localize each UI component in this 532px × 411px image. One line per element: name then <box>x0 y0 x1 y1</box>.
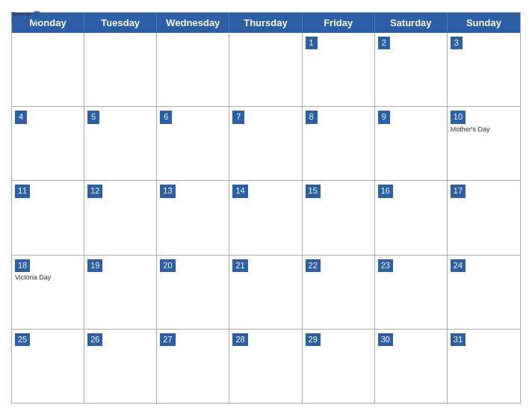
day-cell: 27 <box>157 330 229 403</box>
day-cell: 29 <box>303 330 375 403</box>
week-row-4: 18Victoria Day192021222324 <box>12 255 520 329</box>
day-cell: 24 <box>448 256 520 329</box>
day-number: 6 <box>160 111 172 123</box>
logo-svg: General Blue <box>11 7 41 28</box>
day-number: 12 <box>87 185 102 197</box>
day-header-wednesday: Wednesday <box>157 13 229 33</box>
day-number: 18 <box>15 259 30 272</box>
day-cell: 14 <box>229 181 302 254</box>
day-number: 21 <box>232 259 247 272</box>
day-cell <box>229 33 302 106</box>
day-number <box>15 44 27 46</box>
day-header-thursday: Thursday <box>229 13 302 33</box>
day-cell: 19 <box>84 256 157 329</box>
day-number: 4 <box>15 111 27 123</box>
day-number: 19 <box>87 259 102 272</box>
day-cell: 20 <box>157 256 229 329</box>
day-cell: 8 <box>303 107 375 180</box>
day-cell: 17 <box>448 181 520 254</box>
day-cell: 23 <box>375 256 448 329</box>
day-number: 16 <box>378 185 393 197</box>
day-cell: 12 <box>84 181 157 254</box>
day-cell: 13 <box>157 181 229 254</box>
week-row-5: 25262728293031 <box>12 329 520 403</box>
day-cell: 22 <box>303 256 375 329</box>
day-cell: 7 <box>229 107 302 180</box>
day-number: 14 <box>232 185 247 197</box>
holiday-name: Mother's Day <box>451 126 517 134</box>
calendar-grid: MondayTuesdayWednesdayThursdayFridaySatu… <box>11 12 521 404</box>
day-cell: 4 <box>12 107 84 180</box>
day-number: 2 <box>378 37 390 49</box>
day-number: 3 <box>451 37 463 49</box>
day-number: 28 <box>232 333 247 346</box>
day-cell: 1 <box>303 33 375 106</box>
day-header-saturday: Saturday <box>375 13 448 33</box>
day-number <box>232 44 244 46</box>
day-header-friday: Friday <box>303 13 375 33</box>
day-number: 20 <box>160 259 175 272</box>
day-number: 31 <box>451 333 466 346</box>
day-number: 13 <box>160 185 175 197</box>
day-number: 24 <box>451 259 466 272</box>
day-headers: MondayTuesdayWednesdayThursdayFridaySatu… <box>12 13 520 33</box>
day-number <box>87 44 99 46</box>
day-number: 7 <box>232 111 244 123</box>
day-number: 9 <box>378 111 390 123</box>
day-number: 1 <box>306 37 318 49</box>
day-number: 29 <box>306 333 321 346</box>
day-number: 8 <box>306 111 318 123</box>
day-number: 22 <box>306 259 321 272</box>
day-cell: 26 <box>84 330 157 403</box>
day-cell: 10Mother's Day <box>448 107 520 180</box>
weeks-container: 12345678910Mother's Day1112131415161718V… <box>12 33 520 403</box>
day-cell <box>12 33 84 106</box>
week-row-3: 11121314151617 <box>12 180 520 254</box>
week-row-1: 123 <box>12 33 520 106</box>
day-cell: 18Victoria Day <box>12 256 84 329</box>
day-number: 5 <box>87 111 99 123</box>
day-cell <box>84 33 157 106</box>
day-cell: 25 <box>12 330 84 403</box>
day-number: 27 <box>160 333 175 346</box>
day-cell: 11 <box>12 181 84 254</box>
day-cell: 31 <box>448 330 520 403</box>
day-cell: 16 <box>375 181 448 254</box>
day-cell <box>157 33 229 106</box>
day-number <box>160 44 172 46</box>
logo: General Blue <box>11 7 41 28</box>
day-cell: 9 <box>375 107 448 180</box>
week-row-2: 45678910Mother's Day <box>12 106 520 180</box>
day-header-sunday: Sunday <box>448 13 520 33</box>
svg-text:Blue: Blue <box>11 16 25 23</box>
holiday-name: Victoria Day <box>15 274 81 282</box>
day-header-tuesday: Tuesday <box>84 13 157 33</box>
day-number: 23 <box>378 259 393 272</box>
day-cell: 28 <box>229 330 302 403</box>
day-number: 10 <box>451 111 466 123</box>
day-number: 15 <box>306 185 321 197</box>
day-number: 26 <box>87 333 102 346</box>
day-cell: 6 <box>157 107 229 180</box>
day-number: 11 <box>15 185 30 197</box>
day-number: 30 <box>378 333 393 346</box>
day-number: 25 <box>15 333 30 346</box>
day-number: 17 <box>451 185 466 197</box>
day-cell: 3 <box>448 33 520 106</box>
day-cell: 15 <box>303 181 375 254</box>
day-cell: 5 <box>84 107 157 180</box>
day-cell: 21 <box>229 256 302 329</box>
day-cell: 30 <box>375 330 448 403</box>
calendar-container: General Blue MondayTuesdayWednesdayThurs… <box>0 0 532 411</box>
day-cell: 2 <box>375 33 448 106</box>
